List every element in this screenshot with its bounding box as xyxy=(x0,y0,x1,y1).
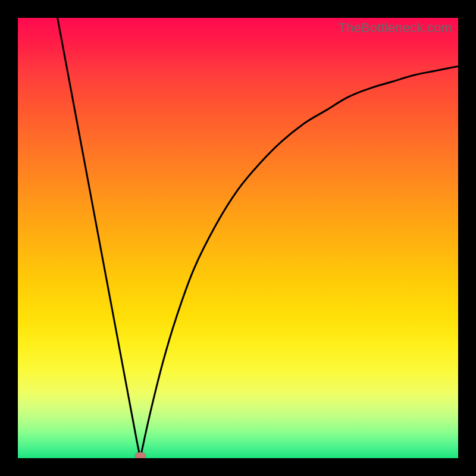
curve-path xyxy=(58,18,458,458)
bottleneck-curve xyxy=(18,18,458,458)
plot-area: TheBottleneck.com xyxy=(18,18,458,458)
chart-stage: TheBottleneck.com xyxy=(0,0,476,476)
minimum-marker xyxy=(135,452,146,458)
watermark-label: TheBottleneck.com xyxy=(338,20,452,36)
